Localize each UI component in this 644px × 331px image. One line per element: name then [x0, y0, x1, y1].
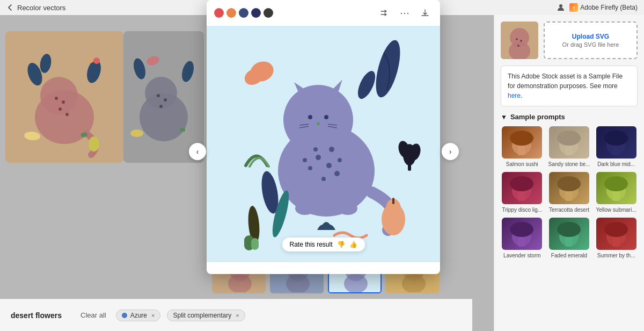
svg-point-38	[604, 131, 628, 146]
svg-point-14	[89, 136, 99, 152]
rate-label: Rate this result	[289, 241, 332, 248]
svg-point-81	[303, 158, 307, 162]
color-swatch-4[interactable]	[264, 8, 273, 18]
svg-rect-48	[612, 191, 620, 201]
header-right: f Adobe Firefly (Beta)	[557, 3, 638, 12]
prompt-card-0[interactable]: Salmon sushi	[501, 126, 544, 168]
svg-point-74	[326, 163, 332, 168]
prompts-grid: Salmon sushi Sandy stone be... Dark blue…	[501, 126, 638, 259]
prompt-label-2: Dark blue mid...	[597, 161, 635, 168]
prompt-card-6[interactable]: Lavender storm	[501, 218, 544, 259]
svg-point-73	[316, 155, 321, 160]
prompt-card-8[interactable]: Summer by th...	[595, 218, 638, 259]
color-swatch-0[interactable]	[214, 8, 224, 18]
prompt-card-7[interactable]: Faded emerald	[548, 218, 591, 259]
svg-point-79	[329, 147, 334, 152]
svg-point-6	[65, 113, 69, 116]
right-panel: Upload SVG Or drag SVG file here This Ad…	[494, 15, 644, 331]
svg-point-58	[371, 38, 405, 100]
svg-point-12	[93, 57, 100, 64]
svg-rect-42	[518, 191, 525, 201]
svg-point-50	[510, 222, 533, 237]
more-options-button[interactable]: ⋯	[397, 5, 412, 20]
prompt-thumb-5	[596, 172, 636, 204]
svg-point-107	[402, 274, 426, 293]
info-link[interactable]: here	[508, 92, 521, 99]
sample-prompts-header[interactable]: ▼ Sample prompts	[501, 113, 638, 121]
color-swatch-2[interactable]	[239, 8, 248, 18]
prompt-card-2[interactable]: Dark blue mid...	[595, 126, 638, 168]
thumbs-up-button[interactable]: 👍	[349, 241, 357, 248]
prompt-thumb-2	[596, 126, 636, 159]
prompt-label-5: Yellow submari...	[596, 206, 636, 213]
nav-prev-button[interactable]: ‹	[189, 143, 206, 160]
svg-point-41	[510, 176, 533, 191]
prompt-label-8: Summer by th...	[597, 252, 635, 259]
clear-all-button[interactable]: Clear all	[77, 309, 109, 321]
prompt-card-4[interactable]: Terracotta desert	[548, 172, 591, 213]
upload-section: Upload SVG Or drag SVG file here	[501, 21, 638, 59]
prompt-thumb-3	[502, 172, 542, 204]
svg-point-32	[510, 131, 533, 146]
prompt-label-0: Salmon sushi	[506, 161, 538, 168]
prompt-card-1[interactable]: Sandy stone be...	[548, 126, 591, 168]
gallery-thumb-2[interactable]	[123, 31, 204, 163]
shuffle-button[interactable]	[377, 5, 392, 20]
nav-next-button[interactable]: ›	[442, 143, 459, 160]
svg-point-101	[286, 274, 310, 293]
svg-point-3	[55, 97, 58, 100]
svg-point-28	[516, 38, 518, 40]
svg-point-4	[62, 100, 65, 104]
svg-rect-45	[565, 191, 573, 201]
modal-toolbar: ⋯	[207, 0, 440, 26]
thumb-svg-2	[123, 31, 204, 163]
svg-point-35	[557, 131, 581, 146]
thumbs-down-button[interactable]: 👎	[337, 241, 345, 248]
download-button[interactable]	[418, 5, 433, 20]
svg-point-63	[283, 85, 353, 155]
svg-point-23	[130, 129, 143, 137]
svg-point-83	[338, 202, 357, 215]
user-icon	[557, 3, 565, 12]
svg-point-20	[131, 57, 148, 81]
prompt-label-7: Faded emerald	[551, 252, 587, 259]
prompt-card-5[interactable]: Yellow submari...	[595, 172, 638, 213]
nav-left-icon: ‹	[196, 147, 199, 156]
gallery-thumb-1[interactable]	[5, 31, 123, 163]
color-swatch-1[interactable]	[226, 8, 236, 18]
toolbar-right: ⋯	[377, 5, 433, 20]
upload-sub-text: Or drag SVG file here	[562, 41, 619, 48]
svg-rect-51	[518, 237, 525, 247]
svg-rect-95	[251, 238, 259, 250]
svg-point-53	[557, 222, 581, 237]
svg-point-76	[334, 171, 340, 176]
tag-chip-azure: Azure ×	[116, 310, 161, 321]
back-label: Recolor vectors	[17, 4, 65, 12]
svg-rect-92	[408, 160, 411, 171]
tag-remove-split-comp[interactable]: ×	[236, 312, 239, 319]
svg-point-80	[338, 158, 342, 162]
prompt-thumb-8	[596, 218, 636, 250]
upload-btn-text: Upload SVG	[572, 33, 609, 40]
svg-point-24	[145, 54, 160, 67]
svg-point-98	[228, 274, 252, 293]
svg-point-104	[344, 274, 368, 293]
color-swatch-3[interactable]	[251, 8, 261, 18]
cat-illustration	[222, 37, 426, 251]
svg-rect-22	[180, 128, 185, 132]
tag-remove-azure[interactable]: ×	[151, 312, 155, 319]
upload-box[interactable]: Upload SVG Or drag SVG file here	[544, 21, 638, 59]
prompt-thumb-0	[502, 126, 542, 159]
tag-chip-split-comp: Split complementary ×	[167, 310, 245, 321]
svg-rect-39	[612, 146, 620, 155]
rate-tooltip: Rate this result 👎 👍	[282, 238, 364, 251]
modal-overlay: ⋯	[207, 0, 440, 274]
back-button[interactable]: Recolor vectors	[6, 4, 65, 12]
svg-point-77	[321, 177, 326, 181]
tag-label-azure: Azure	[130, 312, 147, 319]
svg-point-78	[313, 147, 318, 152]
prompt-card-3[interactable]: Trippy disco lig...	[501, 172, 544, 213]
prompt-thumb-1	[549, 126, 589, 159]
svg-point-0	[559, 4, 562, 8]
info-text: This Adobe Stock asset is a Sample File …	[508, 73, 623, 90]
